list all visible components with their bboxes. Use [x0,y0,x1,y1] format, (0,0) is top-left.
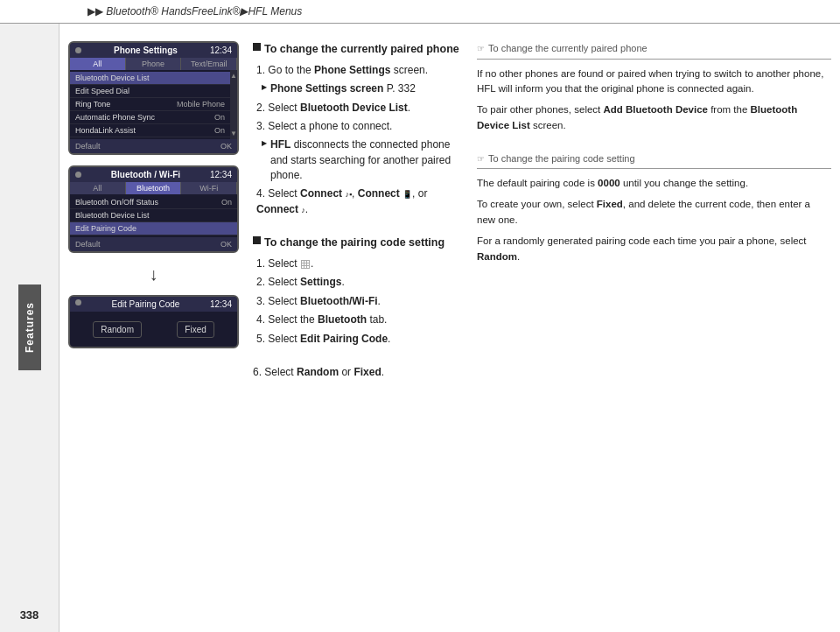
screen1-tab-phone[interactable]: Phone [126,58,182,70]
step-4: 4. Select the Bluetooth tab. [256,312,463,327]
screen3-time: 12:34 [210,299,232,309]
step-6: 6. Select Random or Fixed. [253,364,463,380]
note1-para2: To pair other phones, select Add Bluetoo… [477,102,831,134]
section2-steps: 1. Select . 2. Select Settings. 3. Selec… [253,256,463,347]
screen1-footer: Default OK [70,139,237,153]
item-value: On [214,126,225,135]
bluetooth-wifi-screen: Bluetooth / Wi-Fi 12:34 All Bluetooth Wi… [68,165,239,253]
footer-default[interactable]: Default [75,142,101,151]
connect2-label: Connect [358,187,400,200]
step-1-sub: Phone Settings screen P. 332 [265,81,463,96]
list-item[interactable]: Ring Tone Mobile Phone [70,98,230,111]
step-4: 4. Select Connect ♪▪, Connect 📱, or Conn… [256,186,463,217]
bluetooth-device-list-label: Bluetooth Device List [300,102,408,114]
screen2-time: 12:34 [210,170,232,179]
list-item[interactable]: HondaLink Assist On [70,124,230,137]
note2-text: The default pairing code is 0000 until y… [477,176,831,264]
note2-para3: For a randomly generated pairing code ea… [477,234,831,265]
bluetooth-wifi-label: Bluetooth/Wi-Fi [300,295,378,307]
screen1-tab-all[interactable]: All [70,58,126,70]
section1-title: To change the currently paired phone [264,41,459,58]
item-label: HondaLink Assist [75,126,136,135]
screen1-time: 12:34 [210,46,232,55]
item-value: On [214,113,225,122]
screen2-tab-wifi[interactable]: Wi-Fi [181,182,237,194]
note1-section: ☞ To change the currently paired phone I… [477,41,831,134]
item-label: Bluetooth Device List [75,211,150,220]
section2-title: To change the pairing code setting [264,235,444,251]
list-item[interactable]: Automatic Phone Sync On [70,111,230,124]
step-num: 3. [256,295,265,307]
random-option[interactable]: Random [93,321,142,338]
note2-para1: The default pairing code is 0000 until y… [477,176,831,192]
sidebar-label: Features [18,284,41,370]
step-3: 3. Select a phone to connect. [256,119,463,134]
bullet-icon [253,43,261,51]
breadcrumb-text: Bluetooth® HandsFreeLink®▶HFL Menus [106,5,302,18]
screen2-tabs: All Bluetooth Wi-Fi [70,182,237,194]
step-num: 4. [256,313,265,326]
note2-section: ☞ To change the pairing code setting The… [477,151,831,265]
step-1: 1. Go to the Phone Settings screen. [256,63,463,78]
screen2-header: Bluetooth / Wi-Fi 12:34 [70,167,237,182]
sidebar: Features 338 [0,24,60,632]
footer-ok[interactable]: OK [220,142,232,151]
screen2-tab-all[interactable]: All [70,182,126,194]
list-item[interactable]: Bluetooth Device List [70,72,230,85]
list-item[interactable]: Bluetooth Device List [70,209,237,222]
fixed-option[interactable]: Fixed [177,321,214,338]
list-item[interactable]: Edit Pairing Code [70,222,237,235]
breadcrumb-prefix: ▶▶ [88,5,103,18]
screen-dot [75,47,81,53]
item-label: Edit Speed Dial [75,87,130,95]
add-bluetooth-device: Add Bluetooth Device [603,104,707,115]
step-num: 1. [256,64,265,76]
note1-para1: If no other phones are found or paired w… [477,67,831,98]
screen1-header: Phone Settings 12:34 [70,43,237,58]
default-code: 0000 [598,178,620,188]
screen1-scrollbar: ▲ ▼ [230,70,237,139]
page-wrapper: ▶▶ Bluetooth® HandsFreeLink®▶HFL Menus F… [0,0,840,632]
footer-ok[interactable]: OK [220,240,232,249]
music-note-icon: ♪▪ [345,189,352,200]
screens-column: Phone Settings 12:34 All Phone Text/Emai… [68,41,239,623]
item-label: Edit Pairing Code [75,224,136,233]
screen2-title: Bluetooth / Wi-Fi [111,170,180,179]
connect3-label: Connect [256,203,298,215]
scroll-down: ▼ [230,130,237,137]
main-content: Features 338 Phone Settings 12:34 All Ph… [0,24,840,632]
down-arrow: ↓ [68,263,239,284]
item-value: Mobile Phone [177,100,225,109]
note2-header-text: To change the pairing code setting [488,151,635,166]
screen2-tab-bluetooth[interactable]: Bluetooth [126,182,182,194]
page-number: 338 [0,608,59,621]
list-item[interactable]: Edit Speed Dial [70,85,230,98]
note1-header-text: To change the currently paired phone [488,41,648,56]
phone-settings-screen: Phone Settings 12:34 All Phone Text/Emai… [68,41,239,155]
scroll-up: ▲ [230,72,237,80]
step-num: 2. [256,276,265,288]
music-note2-icon: ♪ [301,205,305,216]
note1-text: If no other phones are found or paired w… [477,67,831,134]
screen2-list: Bluetooth On/Off Status On Bluetooth Dev… [70,194,237,237]
note2-header: ☞ To change the pairing code setting [477,151,831,170]
screen-dot [75,299,81,305]
footer-default[interactable]: Default [75,240,101,249]
bluetooth-tab-label: Bluetooth [318,313,367,326]
connect-label: Connect [300,187,342,200]
list-item[interactable]: Bluetooth On/Off Status On [70,196,237,209]
pairing-options: Random Fixed [70,312,237,347]
section2: To change the pairing code setting 1. Se… [253,235,463,347]
item-label: Ring Tone [75,100,110,109]
notes-column: ☞ To change the currently paired phone I… [477,41,831,623]
screen1-tabs: All Phone Text/Email [70,58,237,70]
note2-para2: To create your own, select Fixed, and de… [477,197,831,228]
note-icon2: ☞ [477,152,485,165]
hfl-label: HFL [270,138,290,151]
section1-steps: 1. Go to the Phone Settings screen. Phon… [253,63,463,218]
screen1-tab-textemail[interactable]: Text/Email [181,58,237,70]
step-num: 1. [256,257,265,270]
step-num: 4. [256,187,265,200]
bullet-icon [253,236,261,244]
settings-label: Settings [300,276,341,288]
